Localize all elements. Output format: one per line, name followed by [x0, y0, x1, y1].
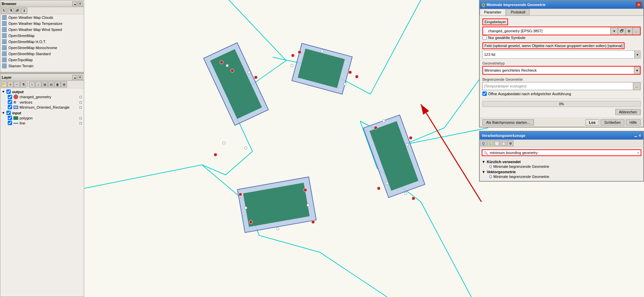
- toolbox-history-btn[interactable]: 🕐: [494, 140, 500, 146]
- toolbox-logo-btn[interactable]: Q: [480, 140, 486, 146]
- tree-group-recent-header[interactable]: ▼ Kürzlich verwendet: [481, 159, 642, 164]
- oeffne-checkbox[interactable]: [482, 91, 487, 96]
- eingabelayer-input[interactable]: [487, 28, 610, 34]
- geometrietyp-group: Geometrietyp ▾: [482, 61, 641, 75]
- hilfe-btn[interactable]: Hilfe: [626, 119, 641, 125]
- layer-settings-btn[interactable]: ⚙: [61, 81, 67, 87]
- layer-remove-group-btn[interactable]: 🗑: [55, 81, 61, 87]
- browser-item-osm-hot[interactable]: OpenStreetMap H.O.T.: [0, 39, 84, 45]
- los-btn[interactable]: Los: [585, 119, 600, 125]
- browser-panel: Browser 🗕 ✕ ↻ ⚗ 🗗 ℹ Open Weather Map Clo…: [0, 0, 84, 72]
- recent-arrow: ▼: [482, 160, 485, 164]
- browser-minimize-btn[interactable]: 🗕: [72, 1, 77, 6]
- svg-point-7: [214, 153, 217, 156]
- batch-btn[interactable]: Als Batchprozess starten...: [482, 119, 534, 125]
- output-group-checkbox[interactable]: [6, 89, 11, 94]
- osm-icon: [2, 33, 7, 38]
- toolbox-copy-btn[interactable]: 📋: [501, 140, 507, 146]
- search-clear-btn[interactable]: ✕: [635, 150, 641, 155]
- eingabelayer-more-btn[interactable]: …: [633, 27, 640, 35]
- layer-remove-btn[interactable]: −: [14, 81, 20, 87]
- polygon-vis: □: [79, 116, 82, 120]
- begrenzende-label: Begrenzende Geometrie: [482, 77, 641, 81]
- min-rect-checkbox[interactable]: [8, 105, 12, 109]
- browser-item-owm-wind[interactable]: Open Weather Map Wind Speed: [0, 27, 84, 33]
- svg-point-25: [249, 220, 252, 224]
- browser-controls: 🗕 ✕: [72, 1, 82, 6]
- browser-item-owm-temp[interactable]: Open Weather Map Temperature: [0, 21, 84, 27]
- vertices-checkbox[interactable]: [8, 100, 12, 104]
- browser-refresh-btn[interactable]: ↻: [1, 8, 7, 14]
- layer-item-line[interactable]: line □: [1, 120, 83, 125]
- layer-filter-btn[interactable]: ⚗: [20, 81, 26, 87]
- browser-item-osm-standard[interactable]: OpenStreetMap Standard: [0, 51, 84, 57]
- toolbox-close-btn[interactable]: ✕: [638, 134, 641, 138]
- geometrietyp-dropdown-btn[interactable]: ▾: [634, 67, 640, 74]
- browser-info-btn[interactable]: ℹ: [21, 8, 27, 14]
- tree-group-vector-header[interactable]: ▼ Vektorgeometrie: [481, 170, 642, 174]
- abbrechen-btn[interactable]: Abbrechen: [615, 109, 641, 115]
- browser-item-osm-mono[interactable]: OpenStreetMap Monochrome: [0, 45, 84, 51]
- layer-minimize-btn[interactable]: 🗕: [72, 75, 77, 80]
- feld-input[interactable]: [483, 52, 634, 57]
- browser-collapse-btn[interactable]: 🗗: [14, 8, 21, 14]
- browser-item-stamen[interactable]: Stamen Terrain: [0, 63, 84, 69]
- toolbox-minimize-btn[interactable]: 🗕: [634, 134, 638, 138]
- vertices-vis: □: [79, 100, 82, 104]
- input-group-checkbox[interactable]: [6, 111, 11, 115]
- eingabelayer-settings-btn[interactable]: ⚙: [625, 27, 633, 35]
- browser-item-owm-clouds[interactable]: Open Weather Map Clouds: [0, 14, 84, 21]
- dialog-close-btn[interactable]: ✕: [636, 2, 641, 7]
- toolbox-search-input[interactable]: [489, 150, 635, 155]
- tree-item-vector-min-geom[interactable]: Q Minimale begrenzende Geometrie: [481, 174, 642, 179]
- eingabelayer-label: Eingabelayer: [482, 18, 508, 25]
- browser-item-opentopo[interactable]: OpenTopoMap: [0, 57, 84, 63]
- svg-point-26: [304, 188, 307, 192]
- min-rect-color: [13, 106, 18, 109]
- layer-item-min-rect[interactable]: Minimum_Oriented_Rectangle □: [1, 105, 83, 110]
- line-checkbox[interactable]: [8, 121, 12, 125]
- layer-up-btn[interactable]: ↑: [29, 81, 35, 87]
- layer-expand-all-btn[interactable]: ⊞: [42, 81, 48, 87]
- dialog-tab-protokoll[interactable]: Protokoll: [506, 9, 530, 15]
- abbrechen-row: Abbrechen: [482, 109, 641, 115]
- layer-item-vertices[interactable]: vertices □: [1, 100, 83, 105]
- feld-label: Feld (optional gesetzt, wenn Objekte nac…: [482, 42, 624, 49]
- polygon-checkbox[interactable]: [8, 116, 12, 120]
- layer-group-input-header[interactable]: ▼ input: [1, 110, 83, 115]
- browser-item-osm[interactable]: OpenStreetMap: [0, 33, 84, 39]
- eingabelayer-select-btn[interactable]: 🗗: [618, 27, 625, 35]
- output-group-arrow: ▼: [2, 90, 5, 94]
- changed-geometry-checkbox[interactable]: [8, 95, 12, 99]
- feld-dropdown-btn[interactable]: ▾: [634, 51, 640, 58]
- toolbox-title: Verarbeitungswerkzeuge: [482, 134, 526, 138]
- geometrietyp-input[interactable]: [483, 68, 634, 73]
- svg-point-21: [344, 83, 346, 85]
- vector-arrow: ▼: [482, 170, 485, 174]
- output-browse-btn[interactable]: …: [633, 82, 640, 90]
- eingabelayer-dropdown-btn[interactable]: ▾: [610, 27, 618, 35]
- browser-filter-btn[interactable]: ⚗: [8, 8, 14, 14]
- layer-list: ▼ output changed_geometry □ vertices □: [0, 88, 84, 296]
- layer-item-changed-geometry[interactable]: changed_geometry □: [1, 94, 83, 100]
- output-input[interactable]: [483, 83, 633, 89]
- toolbox-python-btn[interactable]: 🐍: [487, 140, 493, 146]
- dialog-tab-parameter[interactable]: Parameter: [480, 9, 506, 15]
- browser-close-btn[interactable]: ✕: [78, 1, 82, 6]
- dialog-content: Eingabelayer : ▾ 🗗 ⚙ … Nur gewählte Symb…: [480, 16, 643, 118]
- layer-add-btn[interactable]: +: [7, 81, 13, 87]
- recent-min-geom-icon: Q: [489, 164, 492, 169]
- toolbox-tree: ▼ Kürzlich verwendet Q Minimale begrenze…: [480, 158, 643, 181]
- layer-item-polygon[interactable]: polygon □: [1, 115, 83, 120]
- toolbox-settings-btn[interactable]: ⚙: [507, 140, 513, 146]
- nur-ausgewaehlte-checkbox[interactable]: [482, 35, 487, 40]
- begrenzende-group: Begrenzende Geometrie … Öffne Ausgabedat…: [482, 77, 641, 96]
- tree-item-recent-min-geom[interactable]: Q Minimale begrenzende Geometrie: [481, 164, 642, 169]
- layer-down-btn[interactable]: ↓: [35, 81, 41, 87]
- svg-point-19: [291, 64, 293, 67]
- layer-close-btn[interactable]: ✕: [78, 75, 82, 80]
- schliessen-btn[interactable]: Schließen: [601, 119, 624, 125]
- layer-collapse-all-btn[interactable]: ⊟: [48, 81, 54, 87]
- layer-open-btn[interactable]: 📂: [1, 81, 7, 87]
- layer-group-output-header[interactable]: ▼ output: [1, 89, 83, 94]
